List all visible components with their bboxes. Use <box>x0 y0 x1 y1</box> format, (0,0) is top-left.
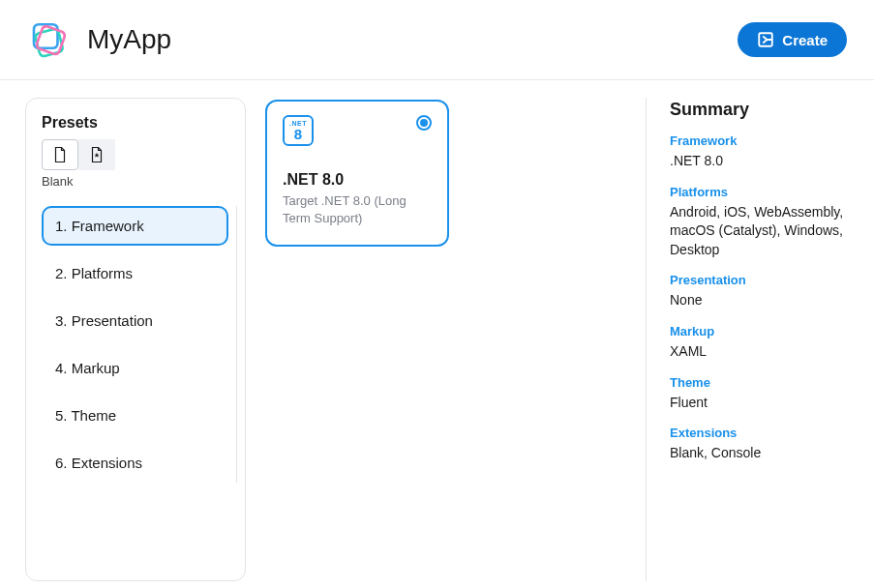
net-badge-icon: .NET 8 <box>283 115 314 146</box>
presets-icons <box>42 139 237 170</box>
net-badge-number: 8 <box>294 127 302 141</box>
step-platforms[interactable]: 2. Platforms <box>42 253 228 293</box>
summary-label: Markup <box>670 324 849 338</box>
summary-extensions: Extensions Blank, Console <box>670 426 849 463</box>
summary-label: Extensions <box>670 426 849 440</box>
preset-recommended-icon[interactable] <box>78 139 115 170</box>
summary-value: Fluent <box>670 394 849 413</box>
step-markup[interactable]: 4. Markup <box>42 348 228 388</box>
summary-value: XAML <box>670 342 849 362</box>
app-title: MyApp <box>87 24 171 55</box>
middle-panel: .NET 8 .NET 8.0 Target .NET 8.0 (Long Te… <box>265 98 626 581</box>
logo-icon <box>27 19 68 60</box>
summary-value: None <box>670 291 849 310</box>
header: MyApp Create <box>0 0 874 80</box>
summary-value: .NET 8.0 <box>670 152 849 171</box>
left-panel: Presets Blank 1. Framework 2. Platforms … <box>25 98 246 581</box>
right-panel: Summary Framework .NET 8.0 Platforms And… <box>646 98 849 581</box>
summary-value: Blank, Console <box>670 444 849 463</box>
card-description: Target .NET 8.0 (Long Term Support) <box>283 192 432 227</box>
create-button-label: Create <box>782 32 828 48</box>
step-presentation[interactable]: 3. Presentation <box>42 301 228 340</box>
preset-blank-icon[interactable] <box>42 139 78 170</box>
presets-title: Presets <box>42 114 237 132</box>
content: Presets Blank 1. Framework 2. Platforms … <box>0 80 874 581</box>
summary-platforms: Platforms Android, iOS, WebAssembly, mac… <box>670 185 849 260</box>
preset-label: Blank <box>42 174 237 189</box>
export-icon <box>757 31 774 48</box>
summary-label: Framework <box>670 133 849 148</box>
step-theme[interactable]: 5. Theme <box>42 396 228 435</box>
summary-markup: Markup XAML <box>670 324 849 362</box>
steps-list: 1. Framework 2. Platforms 3. Presentatio… <box>42 206 237 483</box>
option-card-net8[interactable]: .NET 8 .NET 8.0 Target .NET 8.0 (Long Te… <box>265 100 449 247</box>
summary-title: Summary <box>670 100 849 120</box>
step-framework[interactable]: 1. Framework <box>42 206 228 246</box>
summary-presentation: Presentation None <box>670 273 849 310</box>
summary-theme: Theme Fluent <box>670 375 849 413</box>
summary-label: Presentation <box>670 273 849 287</box>
summary-label: Platforms <box>670 185 849 199</box>
summary-label: Theme <box>670 375 849 390</box>
create-button[interactable]: Create <box>738 22 847 57</box>
card-title: .NET 8.0 <box>283 171 432 189</box>
summary-framework: Framework .NET 8.0 <box>670 133 849 171</box>
header-left: MyApp <box>27 19 171 60</box>
card-header: .NET 8 <box>283 115 432 146</box>
summary-value: Android, iOS, WebAssembly, macOS (Cataly… <box>670 203 849 260</box>
step-extensions[interactable]: 6. Extensions <box>42 443 228 483</box>
radio-selected-icon[interactable] <box>416 115 432 131</box>
